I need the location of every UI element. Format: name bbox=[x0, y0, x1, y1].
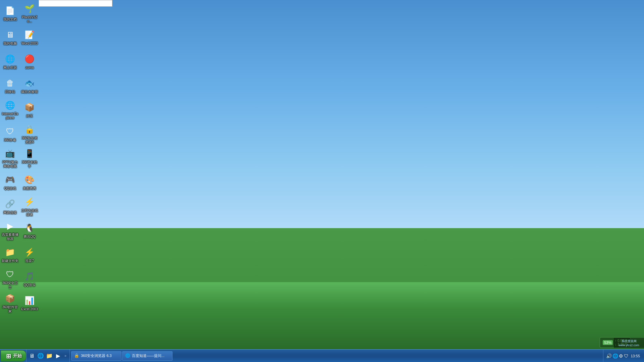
360-guard-icon: 🛡 bbox=[4, 268, 16, 280]
meitu-show-label: 美图秀秀 bbox=[23, 187, 36, 191]
360-software-label: 360软件管家 bbox=[1, 305, 19, 313]
desktop: 📄我的文档🌱PlantsVsZo...🖥我的电脑📝Word 2003🌐网上邻居🔴… bbox=[0, 0, 644, 362]
system-tray: 🔊 🌐 ⚙ 🛡 13:55 bbox=[603, 350, 644, 362]
system-clock[interactable]: 13:55 bbox=[629, 354, 641, 358]
xunlei-watch-icon: ▶ bbox=[4, 220, 16, 232]
desktop-icon-360-antivirus[interactable]: 🛡360杀毒 bbox=[1, 122, 19, 146]
network-neighbors-icon: 🌐 bbox=[4, 53, 16, 65]
watermark-line1: 系统重装网 bbox=[622, 339, 637, 344]
network-connect-label: 网路连接 bbox=[3, 211, 17, 215]
taskbar-item-360browser-icon: 🔒 bbox=[74, 353, 80, 359]
show-desktop-button[interactable]: 🖥 bbox=[28, 352, 36, 360]
360-antivirus-label: 360杀毒 bbox=[4, 138, 16, 142]
qq-games-label: QQ游戏 bbox=[4, 187, 16, 191]
desktop-icon-recycle-bin[interactable]: 🗑回收站 bbox=[1, 74, 19, 97]
game-boost-icon: ⚡ bbox=[23, 196, 36, 208]
network-connect-icon: 🔗 bbox=[4, 198, 16, 210]
desktop-icon-game-boost[interactable]: ⚡立即为游戏提速 bbox=[20, 195, 39, 218]
taskbar-item-360browser-label: 360安全浏览器 6.3 bbox=[81, 353, 112, 358]
game-boost-label: 立即为游戏提速 bbox=[21, 209, 38, 217]
360-browser-icon: 🔒 bbox=[23, 123, 36, 136]
ie-quick-launch[interactable]: 🌐 bbox=[37, 352, 45, 360]
word-2003-icon: 📝 bbox=[23, 29, 36, 41]
quick-launch-expand[interactable]: » bbox=[63, 350, 68, 362]
taskbar-window-items: 🔒 360安全浏览器 6.3 🌐 百度知道——提问... bbox=[70, 350, 603, 362]
desktop-icon-network-connect[interactable]: 🔗网路连接 bbox=[1, 195, 19, 218]
desktop-icon-meitu-show[interactable]: 🎨美图秀秀 bbox=[20, 170, 39, 194]
taskbar: ⊞ 开始 🖥 🌐 📁 ▶ » 🔒 360安全浏览器 6.3 🌐 百度知道——提问… bbox=[0, 349, 644, 362]
folder-quick-launch[interactable]: 📁 bbox=[45, 352, 53, 360]
start-label: 开始 bbox=[13, 353, 22, 359]
qq-label: 腾讯QQ bbox=[23, 235, 36, 239]
new-folder-icon: 📁 bbox=[4, 246, 16, 258]
plants-vs-zombies-label: PlantsVsZo... bbox=[21, 15, 38, 23]
tray-icon-4[interactable]: 🛡 bbox=[624, 353, 629, 359]
desktop-icon-qq-music[interactable]: 🎵QQ音乐 bbox=[20, 267, 39, 291]
desktop-icon-xunlei[interactable]: ⚡迅雷7 bbox=[20, 243, 39, 266]
desktop-icon-my-docs[interactable]: 📄我的文档 bbox=[1, 1, 19, 25]
desktop-icon-new-folder[interactable]: 📁新建文件夹 bbox=[1, 243, 19, 266]
desktop-icon-qq[interactable]: 🐧腾讯QQ bbox=[20, 219, 39, 242]
crazy-aquarium-label: 疯狂水族馆 bbox=[21, 90, 38, 94]
qq-music-label: QQ音乐 bbox=[23, 283, 36, 287]
taskbar-item-baidu-icon: 🌐 bbox=[125, 353, 131, 359]
plants-vs-zombies-icon: 🌱 bbox=[23, 3, 36, 15]
zuma-label: zuma bbox=[26, 66, 34, 70]
desktop-icon-xunlei-watch[interactable]: ▶迅雷看看播放器 bbox=[1, 219, 19, 242]
desktop-icon-plants-vs-zombies[interactable]: 🌱PlantsVsZo... bbox=[20, 1, 39, 25]
tray-icon-1[interactable]: 🔊 bbox=[606, 353, 612, 359]
watermark-badge: 系统重装网 www.ylcs2.com bbox=[614, 338, 644, 348]
crazy-aquarium-icon: 🐟 bbox=[23, 77, 36, 89]
desktop-icon-crazy-aquarium[interactable]: 🐟疯狂水族馆 bbox=[20, 74, 39, 97]
haozip-icon: 📦 bbox=[23, 101, 36, 113]
my-computer-icon: 🖥 bbox=[4, 29, 16, 41]
qq-icon: 🐧 bbox=[23, 222, 36, 234]
360-mobile-label: 360手机助手 bbox=[21, 160, 38, 168]
media-quick-launch[interactable]: ▶ bbox=[54, 352, 62, 360]
desktop-icon-excel-2003[interactable]: 📊Excel 2003 bbox=[20, 291, 39, 315]
haozip-label: 好压 bbox=[26, 114, 33, 118]
tray-icon-2[interactable]: 🌐 bbox=[612, 353, 618, 359]
xunlei-watch-label: 迅雷看看播放器 bbox=[1, 233, 19, 241]
xunlei-label: 迅雷7 bbox=[25, 259, 34, 263]
desktop-icon-360-guard[interactable]: 🛡360安全卫士 bbox=[1, 267, 19, 291]
watermark-line2: www.ylcs2.com bbox=[618, 344, 639, 347]
new-folder-label: 新建文件夹 bbox=[2, 259, 18, 263]
qq-games-icon: 🎮 bbox=[4, 174, 16, 186]
desktop-icon-360-software[interactable]: 📦360软件管家 bbox=[1, 291, 19, 315]
desktop-icon-360-mobile[interactable]: 📱360手机助手 bbox=[20, 146, 39, 170]
desktop-icon-pptv[interactable]: 📺PPTV聚力网络电视 bbox=[1, 146, 19, 170]
internet-explorer-label: Internet Explorer bbox=[1, 112, 19, 120]
desktop-icon-network-neighbors[interactable]: 🌐网上邻居 bbox=[1, 50, 19, 73]
excel-2003-label: Excel 2003 bbox=[21, 307, 38, 311]
pptv-icon: 📺 bbox=[4, 148, 16, 160]
grass-background bbox=[0, 282, 644, 349]
zuma-icon: 🔴 bbox=[23, 53, 36, 65]
qq-music-icon: 🎵 bbox=[23, 270, 36, 282]
360-antivirus-icon: 🛡 bbox=[4, 125, 16, 138]
desktop-icon-360-browser[interactable]: 🔒360安全浏览器6 bbox=[20, 122, 39, 146]
xunlei-icon: ⚡ bbox=[23, 246, 36, 258]
internet-explorer-icon: 🌐 bbox=[4, 99, 16, 111]
excel-2003-icon: 📊 bbox=[23, 295, 36, 307]
desktop-icon-word-2003[interactable]: 📝Word 2003 bbox=[20, 25, 39, 49]
start-button[interactable]: ⊞ 开始 bbox=[1, 350, 26, 362]
desktop-icon-haozip[interactable]: 📦好压 bbox=[20, 98, 39, 121]
taskbar-item-baidu[interactable]: 🌐 百度知道——提问... bbox=[122, 351, 172, 361]
recycle-bin-icon: 🗑 bbox=[4, 77, 16, 89]
open-app-bar bbox=[39, 0, 112, 7]
desktop-icon-qq-games[interactable]: 🎮QQ游戏 bbox=[1, 170, 19, 194]
taskbar-item-baidu-label: 百度知道——提问... bbox=[132, 353, 164, 358]
desktop-icon-my-computer[interactable]: 🖥我的电脑 bbox=[1, 25, 19, 49]
network-neighbors-label: 网上邻居 bbox=[3, 66, 17, 70]
360-mobile-icon: 📱 bbox=[23, 148, 36, 160]
sky-background bbox=[0, 0, 644, 228]
taskbar-item-360browser[interactable]: 🔒 360安全浏览器 6.3 bbox=[71, 351, 121, 361]
my-computer-label: 我的电脑 bbox=[3, 42, 17, 46]
tray-icon-3[interactable]: ⚙ bbox=[619, 353, 623, 359]
desktop-icon-zuma[interactable]: 🔴zuma bbox=[20, 50, 39, 73]
my-docs-label: 我的文档 bbox=[3, 17, 17, 21]
windows-logo-icon: ⊞ bbox=[5, 353, 12, 359]
desktop-icon-internet-explorer[interactable]: 🌐Internet Explorer bbox=[1, 98, 19, 121]
word-2003-label: Word 2003 bbox=[21, 42, 38, 46]
